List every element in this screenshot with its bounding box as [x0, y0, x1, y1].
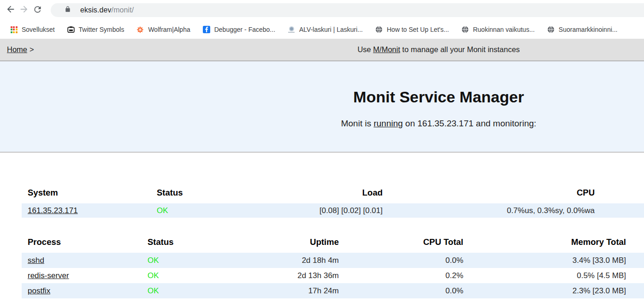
omnibox[interactable]: eksis.dev/monit/: [51, 3, 644, 17]
bookmark-item-lets-encrypt[interactable]: How to Set Up Let's...: [375, 26, 449, 33]
system-header-row: System Status Load CPU: [22, 181, 644, 203]
system-host-link[interactable]: 161.35.23.171: [28, 206, 78, 215]
bookmark-label: Sovellukset: [22, 26, 55, 33]
memory-total-value: 3.5% [34.8 MB]: [463, 298, 626, 303]
status-badge: OK: [143, 298, 230, 303]
browser-window: eksis.dev/monit/ Sovellukset Twitter Sym…: [0, 0, 644, 303]
back-arrow-icon: [6, 4, 16, 16]
apps-grid-icon: [10, 26, 18, 33]
uptime-value: 2d 13h 36m: [230, 268, 339, 283]
monit-status-line: Monit is running on 161.35.23.171 and mo…: [0, 119, 644, 129]
status-suffix: on 161.35.23.171 and monitoring:: [403, 119, 536, 128]
reload-button[interactable]: [32, 5, 43, 16]
status-badge: OK: [152, 203, 251, 218]
memory-total-value: 2.3% [23.0 MB]: [463, 283, 626, 298]
url-path: /monit/: [112, 6, 134, 14]
column-header-status: Status: [152, 181, 251, 203]
uptime-value: 18h 4m: [230, 298, 339, 303]
table-row: 161.35.23.171 OK [0.08] [0.02] [0.01] 0.…: [22, 203, 644, 218]
process-link[interactable]: sshd: [28, 256, 44, 265]
bookmark-item-suoramarkkinointi[interactable]: Suoramarkkinoinni...: [547, 26, 618, 33]
forward-button[interactable]: [18, 5, 30, 16]
alv-favicon: [288, 26, 295, 33]
system-cpu-value: 0.7%us, 0.3%sy, 0.0%wa: [383, 203, 595, 218]
monit-content: System Status Load CPU 161.35.23.171 OK …: [0, 153, 644, 303]
mmonit-notice: Use M/Monit to manage all your Monit ins…: [0, 45, 644, 54]
globe-icon: [375, 26, 383, 33]
forward-arrow-icon: [19, 4, 29, 16]
cpu-total-value: 0.0%: [339, 253, 463, 268]
facebook-icon: [203, 26, 210, 33]
notice-prefix: Use: [357, 45, 373, 53]
bookmark-label: Wolfram|Alpha: [148, 26, 190, 33]
table-row: sshd OK 2d 18h 4m 0.0% 3.4% [33.0 MB]: [22, 253, 644, 268]
memory-total-value: 0.5% [4.5 MB]: [463, 268, 626, 283]
column-header-system: System: [22, 181, 152, 203]
monit-header: Monit Service Manager Monit is running o…: [0, 61, 644, 153]
bookmark-item-facebook-debugger[interactable]: Debugger - Facebo...: [203, 26, 275, 33]
runtime-link[interactable]: running: [373, 119, 402, 128]
process-header-row: Process Status Uptime CPU Total Memory T…: [22, 231, 644, 253]
bookmark-item-twitter-symbols[interactable]: Twitter Symbols: [67, 26, 124, 33]
globe-icon: [547, 26, 555, 33]
process-link[interactable]: postfix: [28, 286, 50, 295]
process-link[interactable]: redis-server: [28, 271, 69, 280]
bookmark-label: How to Set Up Let's...: [387, 26, 449, 33]
cpu-total-value: 0.0%: [339, 283, 463, 298]
status-badge: OK: [143, 283, 230, 298]
bookmarks-bar: Sovellukset Twitter Symbols Wolfram|Alph…: [0, 20, 644, 39]
uptime-value: 17h 24m: [230, 283, 339, 298]
column-header-load: Load: [251, 181, 383, 203]
bookmark-label: Ruokinnan vaikutus...: [473, 26, 535, 33]
monit-top-bar: Home > Use M/Monit to manage all your Mo…: [0, 39, 644, 61]
mmonit-link[interactable]: M/Monit: [373, 45, 400, 53]
memory-total-value: 3.4% [33.0 MB]: [463, 253, 626, 268]
process-table: Process Status Uptime CPU Total Memory T…: [22, 231, 644, 303]
bookmark-item-alv-laskuri[interactable]: ALV-laskuri | Laskuri...: [288, 26, 363, 33]
status-prefix: Monit is: [341, 119, 374, 128]
bookmark-label: Debugger - Facebo...: [214, 26, 275, 33]
ssl-lock-icon[interactable]: [65, 6, 71, 15]
uptime-value: 2d 18h 4m: [230, 253, 339, 268]
globe-icon: [461, 26, 469, 33]
cpu-total-value: 0.0%: [339, 298, 463, 303]
bookmark-item-ruokinnan[interactable]: Ruokinnan vaikutus...: [461, 26, 535, 33]
bookmark-label: ALV-laskuri | Laskuri...: [299, 26, 363, 33]
bookmark-item-wolfram[interactable]: Wolfram|Alpha: [136, 26, 190, 33]
status-badge: OK: [143, 253, 230, 268]
column-header-cpu: CPU: [383, 181, 595, 203]
notice-suffix: to manage all your Monit instances: [400, 45, 520, 53]
system-table: System Status Load CPU 161.35.23.171 OK …: [22, 181, 644, 218]
table-row: redis-server OK 2d 13h 36m 0.2% 0.5% [4.…: [22, 268, 644, 283]
bookmark-item-sovellukset[interactable]: Sovellukset: [10, 26, 55, 33]
bookmark-label: Twitter Symbols: [79, 26, 124, 33]
column-header-uptime: Uptime: [230, 231, 339, 253]
column-header-process: Process: [22, 231, 143, 253]
back-button[interactable]: [5, 5, 16, 16]
browser-toolbar: eksis.dev/monit/: [0, 0, 644, 20]
table-row: php7.4-fpm OK 18h 4m 0.0% 3.5% [34.8 MB]: [22, 298, 644, 303]
column-header-cpu-total: CPU Total: [339, 231, 463, 253]
system-load-value: [0.08] [0.02] [0.01]: [251, 203, 383, 218]
page-title: Monit Service Manager: [0, 88, 644, 106]
url-host: eksis.dev: [80, 6, 112, 14]
reload-icon: [33, 5, 42, 16]
bookmark-label: Suoramarkkinoinni...: [559, 26, 618, 33]
url-text[interactable]: eksis.dev/monit/: [80, 6, 134, 14]
badge-icon: [67, 26, 75, 33]
status-badge: OK: [143, 268, 230, 283]
table-row: postfix OK 17h 24m 0.0% 2.3% [23.0 MB]: [22, 283, 644, 298]
column-header-status: Status: [143, 231, 230, 253]
wolfram-sunburst-icon: [136, 26, 144, 33]
column-header-memory-total: Memory Total: [463, 231, 626, 253]
cpu-total-value: 0.2%: [339, 268, 463, 283]
